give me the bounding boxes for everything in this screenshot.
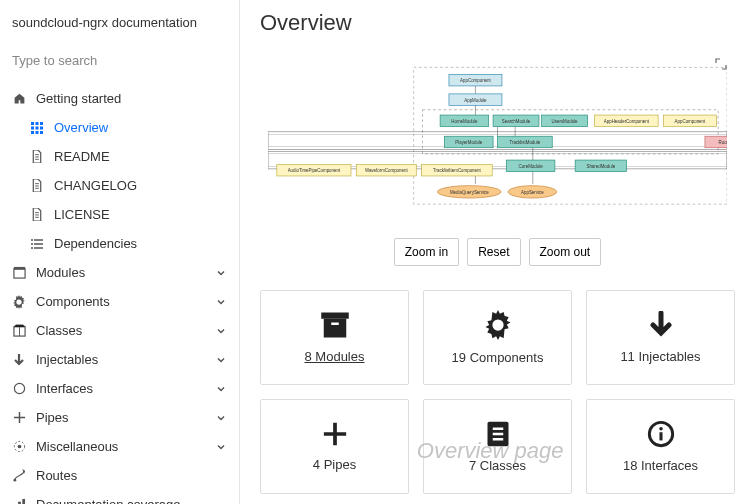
app-title: soundcloud-ngrx documentation xyxy=(0,0,239,45)
zoom-out-button[interactable]: Zoom out xyxy=(529,238,602,266)
stats-grid: 8 Modules19 Components11 Injectables4 Pi… xyxy=(260,290,735,494)
svg-rect-22 xyxy=(414,67,727,204)
fullscreen-icon[interactable] xyxy=(715,58,727,70)
nav-label: Injectables xyxy=(36,352,98,367)
zoom-in-button[interactable]: Zoom in xyxy=(394,238,459,266)
sidebar-nav: Getting startedOverviewREADMECHANGELOGLI… xyxy=(0,80,239,504)
nav-interfaces[interactable]: Interfaces xyxy=(0,374,239,403)
svg-rect-6 xyxy=(31,131,34,134)
svg-point-15 xyxy=(14,383,24,393)
card-label: 4 Pipes xyxy=(313,457,356,472)
card-label: 8 Modules xyxy=(305,349,365,364)
svg-text:AudioTimePipeComponent: AudioTimePipeComponent xyxy=(288,168,341,173)
nav-label: Modules xyxy=(36,265,85,280)
svg-text:AppModule: AppModule xyxy=(464,98,487,103)
chevron-down-icon xyxy=(215,267,227,279)
nav-routes[interactable]: Routes xyxy=(0,461,239,490)
nav-modules[interactable]: Modules xyxy=(0,258,239,287)
card--pipes[interactable]: 4 Pipes xyxy=(260,399,409,494)
svg-point-11 xyxy=(31,247,33,249)
svg-text:PlayerModule: PlayerModule xyxy=(455,140,482,145)
svg-rect-63 xyxy=(323,319,346,338)
card-label: 11 Injectables xyxy=(620,349,700,364)
svg-rect-3 xyxy=(31,126,34,129)
card--interfaces[interactable]: 18 Interfaces xyxy=(586,399,735,494)
svg-rect-13 xyxy=(13,267,24,270)
svg-point-16 xyxy=(17,445,21,449)
svg-rect-64 xyxy=(331,323,339,326)
svg-text:AppComponent: AppComponent xyxy=(460,78,491,83)
svg-text:MediaQueryService: MediaQueryService xyxy=(450,190,489,195)
chart-icon xyxy=(12,498,26,504)
nav-injectables[interactable]: Injectables xyxy=(0,345,239,374)
svg-rect-7 xyxy=(36,131,39,134)
svg-rect-68 xyxy=(659,432,662,440)
svg-rect-21 xyxy=(22,499,25,504)
nav-changelog[interactable]: CHANGELOG xyxy=(0,171,239,200)
nav-classes[interactable]: Classes xyxy=(0,316,239,345)
svg-text:HomeModule: HomeModule xyxy=(451,119,478,124)
svg-point-67 xyxy=(659,427,663,431)
nav-pipes[interactable]: Pipes xyxy=(0,403,239,432)
svg-rect-8 xyxy=(40,131,43,134)
card-label: 19 Components xyxy=(452,350,544,365)
nav-documentation-coverage[interactable]: Documentation coverage xyxy=(0,490,239,504)
reset-button[interactable]: Reset xyxy=(467,238,520,266)
down-icon xyxy=(12,353,26,367)
svg-text:SharedModule: SharedModule xyxy=(586,164,615,169)
plus-icon xyxy=(322,421,348,447)
chevron-down-icon xyxy=(215,383,227,395)
circle-icon xyxy=(12,382,26,395)
svg-rect-0 xyxy=(31,122,34,125)
svg-rect-62 xyxy=(321,313,349,319)
nav-label: Miscellaneous xyxy=(36,439,118,454)
down-icon xyxy=(647,311,675,339)
doc-icon xyxy=(30,179,44,192)
doc-icon xyxy=(30,150,44,163)
svg-rect-12 xyxy=(13,269,24,278)
card-label: 18 Interfaces xyxy=(623,458,698,473)
nav-getting-started[interactable]: Getting started xyxy=(0,84,239,113)
card-label: 7 Classes xyxy=(469,458,526,473)
svg-text:AppService: AppService xyxy=(521,190,544,195)
nav-label: Interfaces xyxy=(36,381,93,396)
nav-label: CHANGELOG xyxy=(54,178,137,193)
card--classes[interactable]: 7 Classes xyxy=(423,399,572,494)
nav-license[interactable]: LICENSE xyxy=(0,200,239,229)
nav-dependencies[interactable]: Dependencies xyxy=(0,229,239,258)
svg-text:UsersModule: UsersModule xyxy=(552,119,579,124)
card--components[interactable]: 19 Components xyxy=(423,290,572,385)
info-icon xyxy=(647,420,675,448)
nav-label: Classes xyxy=(36,323,82,338)
svg-point-18 xyxy=(13,479,16,482)
misc-icon xyxy=(12,440,26,453)
routes-icon xyxy=(12,469,26,482)
search-input[interactable] xyxy=(12,53,227,68)
nav-label: README xyxy=(54,149,110,164)
card--injectables[interactable]: 11 Injectables xyxy=(586,290,735,385)
gear-icon xyxy=(483,310,513,340)
svg-rect-2 xyxy=(40,122,43,125)
diagram-container: AppComponentAppModuleHomeModuleSearchMod… xyxy=(260,50,735,226)
chevron-down-icon xyxy=(215,441,227,453)
chevron-down-icon xyxy=(215,296,227,308)
svg-point-9 xyxy=(31,239,33,241)
card--modules[interactable]: 8 Modules xyxy=(260,290,409,385)
nav-label: LICENSE xyxy=(54,207,110,222)
nav-label: Routes xyxy=(36,468,77,483)
dependency-diagram[interactable]: AppComponentAppModuleHomeModuleSearchMod… xyxy=(268,58,727,218)
nav-miscellaneous[interactable]: Miscellaneous xyxy=(0,432,239,461)
doc-icon xyxy=(30,208,44,221)
svg-text:AppHeaderComponent: AppHeaderComponent xyxy=(604,119,650,124)
nav-readme[interactable]: README xyxy=(0,142,239,171)
svg-text:TracklistModule: TracklistModule xyxy=(510,140,541,145)
nav-overview[interactable]: Overview xyxy=(0,113,239,142)
nav-components[interactable]: Components xyxy=(0,287,239,316)
svg-rect-1 xyxy=(36,122,39,125)
svg-text:RootingTable: RootingTable xyxy=(719,140,727,145)
nav-label: Overview xyxy=(54,120,108,135)
home-icon xyxy=(12,92,26,105)
svg-text:WaveformComponent: WaveformComponent xyxy=(365,168,408,173)
list-icon xyxy=(30,238,44,250)
svg-rect-4 xyxy=(36,126,39,129)
